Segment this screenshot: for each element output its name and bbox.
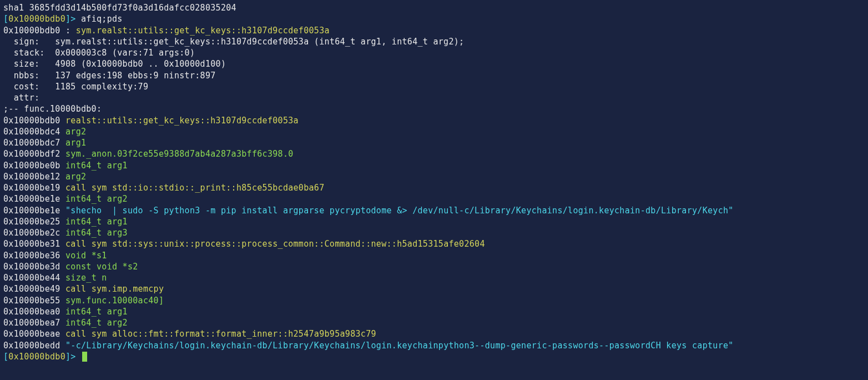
row-text: sym._anon.03f2ce55e9388d7ab4a287a3bff6c3… bbox=[65, 149, 294, 159]
disasm-row: 0x10000bea7 int64_t arg2 bbox=[3, 317, 865, 328]
row-text: int64_t arg1 bbox=[65, 217, 128, 227]
row-text: realst::utils::get_kc_keys::h3107d9ccdef… bbox=[65, 116, 299, 126]
row-text: call sym.imp.memcpy bbox=[65, 284, 164, 294]
row-text: size_t n bbox=[65, 273, 107, 283]
prompt-line: [0x10000bdb0]> afiq;pds bbox=[3, 13, 865, 24]
disasm-row: 0x10000be31 call sym std::sys::unix::pro… bbox=[3, 238, 865, 249]
row-text: int64_t arg1 bbox=[65, 307, 128, 317]
disasm-row: 0x10000bedd "-c/Library/Keychains/login.… bbox=[3, 340, 865, 351]
row-address: 0x10000be2c bbox=[3, 228, 65, 238]
row-address: 0x10000be0b bbox=[3, 161, 65, 171]
row-text: arg2 bbox=[65, 127, 86, 137]
row-address: 0x10000bea7 bbox=[3, 318, 65, 328]
row-text: void *s1 bbox=[65, 251, 107, 261]
terminal-output: sha1 3685fdd3d14b500fd73f0a3d16dafcc0280… bbox=[3, 2, 865, 362]
row-text: call sym std::io::stdio::_print::h85ce55… bbox=[65, 183, 325, 193]
row-address: 0x10000beae bbox=[3, 329, 65, 339]
sha1-line: sha1 3685fdd3d14b500fd73f0a3d16dafcc0280… bbox=[3, 3, 236, 13]
disasm-row: 0x10000bea0 int64_t arg1 bbox=[3, 306, 865, 317]
output-line: 0x10000bdb0 : sym.realst::utils::get_kc_… bbox=[3, 25, 865, 36]
info-stack: stack: 0x000003c8 (vars:71 args:0) bbox=[3, 48, 195, 58]
output-line: attr: bbox=[3, 92, 865, 103]
row-text: call sym alloc::fmt::format::format_inne… bbox=[65, 329, 376, 339]
row-address: 0x10000be19 bbox=[3, 183, 65, 193]
output-line: sign: sym.realst::utils::get_kc_keys::h3… bbox=[3, 36, 865, 47]
disasm-row: 0x10000be1e "shecho | sudo -S python3 -m… bbox=[3, 205, 865, 216]
func-label: ;-- func.10000bdb0: bbox=[3, 104, 102, 114]
row-text: const void *s2 bbox=[65, 262, 138, 272]
prompt-open: [ bbox=[3, 14, 8, 24]
disasm-row: 0x10000bdc4 arg2 bbox=[3, 126, 865, 137]
disasm-row: 0x10000be2c int64_t arg3 bbox=[3, 227, 865, 238]
info-sign: sign: sym.realst::utils::get_kc_keys::h3… bbox=[3, 37, 464, 47]
prompt-close: ]> bbox=[65, 14, 76, 24]
info-attr: attr: bbox=[3, 93, 39, 103]
row-address: 0x10000bdb0 bbox=[3, 116, 65, 126]
row-text: call sym std::sys::unix::process::proces… bbox=[65, 239, 485, 249]
disasm-row: 0x10000be1e int64_t arg2 bbox=[3, 193, 865, 204]
row-address: 0x10000be44 bbox=[3, 273, 65, 283]
disasm-row: 0x10000bdb0 realst::utils::get_kc_keys::… bbox=[3, 115, 865, 126]
row-text: sym.func.10000ac40] bbox=[65, 296, 164, 306]
row-address: 0x10000be36 bbox=[3, 251, 65, 261]
row-address: 0x10000be25 bbox=[3, 217, 65, 227]
row-address: 0x10000be3d bbox=[3, 262, 65, 272]
disasm-row: 0x10000be36 void *s1 bbox=[3, 250, 865, 261]
disasm-row: 0x10000be55 sym.func.10000ac40] bbox=[3, 295, 865, 306]
info-nbbs: nbbs: 137 edges:198 ebbs:9 ninstr:897 bbox=[3, 71, 216, 81]
row-text: "-c/Library/Keychains/login.keychain-db/… bbox=[65, 341, 734, 351]
disasm-row: 0x10000bdc7 arg1 bbox=[3, 137, 865, 148]
row-address: 0x10000bdc7 bbox=[3, 138, 65, 148]
info-size: size: 4908 (0x10000bdb0 .. 0x10000d100) bbox=[3, 59, 226, 69]
prompt-address: 0x10000bdb0 bbox=[8, 352, 65, 362]
disasm-row: 0x10000be19 call sym std::io::stdio::_pr… bbox=[3, 182, 865, 193]
row-text: int64_t arg3 bbox=[65, 228, 128, 238]
row-address: 0x10000bedd bbox=[3, 341, 65, 351]
row-text: arg2 bbox=[65, 172, 86, 182]
row-address: 0x10000be12 bbox=[3, 172, 65, 182]
row-text: int64_t arg2 bbox=[65, 318, 128, 328]
row-address: 0x10000be1e bbox=[3, 206, 65, 216]
func-symbol: sym.realst::utils::get_kc_keys::h3107d9c… bbox=[76, 26, 330, 36]
row-address: 0x10000bdc4 bbox=[3, 127, 65, 137]
prompt-address: 0x10000bdb0 bbox=[8, 14, 65, 24]
command-input[interactable]: afiq;pds bbox=[76, 14, 123, 24]
prompt-open: [ bbox=[3, 352, 8, 362]
info-cost: cost: 1185 complexity:79 bbox=[3, 82, 148, 92]
row-address: 0x10000bea0 bbox=[3, 307, 65, 317]
row-address: 0x10000be55 bbox=[3, 296, 65, 306]
row-text: int64_t arg1 bbox=[65, 161, 128, 171]
row-text: arg1 bbox=[65, 138, 86, 148]
cursor[interactable] bbox=[82, 352, 87, 362]
row-address: 0x10000be1e bbox=[3, 194, 65, 204]
disasm-row: 0x10000be49 call sym.imp.memcpy bbox=[3, 283, 865, 294]
row-address: 0x10000be31 bbox=[3, 239, 65, 249]
prompt-close: ]> bbox=[65, 352, 81, 362]
disasm-row: 0x10000be44 size_t n bbox=[3, 272, 865, 283]
output-line: size: 4908 (0x10000bdb0 .. 0x10000d100) bbox=[3, 58, 865, 69]
output-line: ;-- func.10000bdb0: bbox=[3, 103, 865, 114]
prompt-line: [0x10000bdb0]> bbox=[3, 351, 865, 362]
disasm-row: 0x10000beae call sym alloc::fmt::format:… bbox=[3, 328, 865, 339]
output-line: cost: 1185 complexity:79 bbox=[3, 81, 865, 92]
disasm-row: 0x10000be3d const void *s2 bbox=[3, 261, 865, 272]
output-line: nbbs: 137 edges:198 ebbs:9 ninstr:897 bbox=[3, 70, 865, 81]
disasm-row: 0x10000be0b int64_t arg1 bbox=[3, 160, 865, 171]
disasm-row: 0x10000be25 int64_t arg1 bbox=[3, 216, 865, 227]
disasm-row: 0x10000bdf2 sym._anon.03f2ce55e9388d7ab4… bbox=[3, 148, 865, 159]
func-addr: 0x10000bdb0 : bbox=[3, 26, 76, 36]
row-address: 0x10000be49 bbox=[3, 284, 65, 294]
output-line: stack: 0x000003c8 (vars:71 args:0) bbox=[3, 47, 865, 58]
disasm-row: 0x10000be12 arg2 bbox=[3, 171, 865, 182]
row-text: "shecho | sudo -S python3 -m pip install… bbox=[65, 206, 734, 216]
output-line: sha1 3685fdd3d14b500fd73f0a3d16dafcc0280… bbox=[3, 2, 865, 13]
row-address: 0x10000bdf2 bbox=[3, 149, 65, 159]
row-text: int64_t arg2 bbox=[65, 194, 128, 204]
